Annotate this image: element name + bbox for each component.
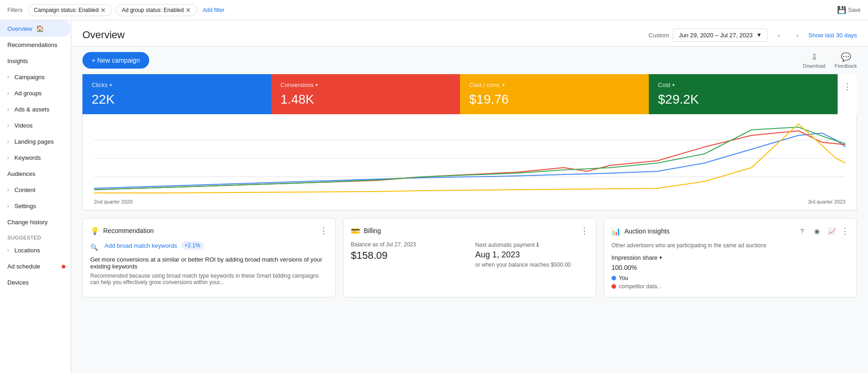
date-controls: Custom Jun 29, 2020 – Jul 27, 2023 ▼ ‹ ›… (648, 28, 857, 42)
sidebar-item-devices[interactable]: Devices (0, 274, 71, 291)
sidebar-item-ad-groups[interactable]: › Ad groups (0, 85, 71, 101)
billing-header: 💳 Billing ⋮ (351, 226, 588, 236)
sidebar-item-overview[interactable]: Overview 🏠 (0, 20, 71, 37)
sidebar-item-ad-schedule[interactable]: Ad schedule (0, 258, 71, 274)
recommendation-link[interactable]: Add broad match keywords (105, 242, 177, 249)
auction-donut-button[interactable]: ◉ (811, 226, 822, 237)
feedback-button[interactable]: 💬 Feedback (835, 52, 857, 69)
campaign-status-filter[interactable]: Campaign status: Enabled ✕ (28, 4, 112, 16)
billing-next-payment: Next automatic payment ℹ Aug 1, 2023 or … (475, 241, 588, 268)
sidebar-item-ads-assets[interactable]: › Ads & assets (0, 101, 71, 117)
campaign-status-close-icon[interactable]: ✕ (100, 6, 106, 14)
search-icon: 🔍 (90, 244, 98, 251)
auction-header: 📊 Auction insights ? ◉ 📈 ⋮ (612, 226, 849, 237)
cost-conv-label: Cost / conv. ▾ (469, 82, 640, 88)
balance-label: Balance as of Jul 27, 2023 (351, 241, 464, 248)
date-range-picker[interactable]: Jun 29, 2020 – Jul 27, 2023 ▼ (673, 29, 768, 42)
you-dot (612, 276, 616, 280)
filter-bar: Filters Campaign status: Enabled ✕ Ad gr… (0, 0, 868, 20)
competitor-label: competitor data... (619, 283, 662, 290)
ad-group-status-filter[interactable]: Ad group status: Enabled ✕ (116, 4, 197, 16)
balance-value: $158.09 (351, 250, 464, 262)
download-button[interactable]: ⇩ Download (803, 52, 826, 69)
page-title: Overview (82, 29, 125, 41)
chevron-right-icon: › (7, 204, 9, 209)
sidebar-item-change-history[interactable]: Change history (0, 214, 71, 230)
ad-group-status-close-icon[interactable]: ✕ (186, 6, 191, 14)
sidebar-item-insights[interactable]: Insights (0, 53, 71, 69)
next-date-button[interactable]: › (790, 28, 804, 42)
chart-area: 2nd quarter 2020 3rd quarter 2023 (82, 114, 857, 210)
sidebar-item-keywords[interactable]: › Keywords (0, 150, 71, 166)
prev-date-button[interactable]: ‹ (771, 28, 786, 42)
sidebar-item-locations[interactable]: › Locations (0, 242, 71, 258)
chevron-right-icon: › (7, 123, 9, 128)
auction-title: 📊 Auction insights (612, 227, 670, 236)
dropdown-arrow-icon: ▾ (110, 82, 112, 87)
filters-label: Filters (7, 7, 23, 13)
chevron-right-icon: › (7, 91, 9, 96)
campaign-status-label: Campaign status: Enabled (34, 7, 99, 13)
sidebar-label: Overview (7, 25, 32, 32)
metric-cards: Clicks ▾ 22K Conversions ▾ 1.48K Cost / … (82, 74, 838, 114)
impression-share-label: Impression share ▾ (612, 254, 849, 261)
competitor-dot (612, 284, 616, 289)
new-campaign-button[interactable]: + New campaign (82, 52, 149, 69)
sidebar-item-settings[interactable]: › Settings (0, 198, 71, 214)
dropdown-arrow-icon: ▾ (315, 82, 318, 87)
clicks-label: Clicks ▾ (92, 82, 262, 88)
sidebar-item-videos[interactable]: › Videos (0, 117, 71, 134)
metric-card-clicks[interactable]: Clicks ▾ 22K (82, 74, 271, 114)
feedback-icon: 💬 (841, 52, 851, 62)
cost-label: Cost ▾ (658, 82, 828, 88)
recommendation-chip: +2.1% (181, 241, 204, 250)
overview-chart (94, 122, 845, 195)
next-payment-value: Aug 1, 2023 (475, 250, 588, 260)
home-icon: 🏠 (36, 25, 44, 32)
cost-conv-value: $19.76 (469, 92, 640, 107)
billing-icon: 💳 (351, 227, 360, 235)
chart-axis-labels: 2nd quarter 2020 3rd quarter 2023 (94, 199, 845, 204)
sidebar-label: Ad groups (14, 90, 41, 97)
more-options-button[interactable]: ⋮ (841, 80, 853, 93)
metric-card-conversions[interactable]: Conversions ▾ 1.48K (271, 74, 460, 114)
sidebar-label: Content (14, 186, 35, 193)
sidebar-item-campaigns[interactable]: › Campaigns (0, 69, 71, 85)
sidebar-item-recommendations[interactable]: Recommendations (0, 37, 71, 53)
auction-trend-button[interactable]: 📈 (826, 226, 837, 237)
billing-more-button[interactable]: ⋮ (580, 226, 588, 236)
metric-card-cost-conv[interactable]: Cost / conv. ▾ $19.76 (460, 74, 649, 114)
impression-dropdown-icon[interactable]: ▾ (659, 255, 662, 261)
sidebar-item-landing-pages[interactable]: › Landing pages (0, 134, 71, 150)
show-last-30-button[interactable]: Show last 30 days (808, 32, 857, 39)
sidebar-label: Videos (14, 122, 33, 129)
add-filter-button[interactable]: Add filter (203, 7, 224, 13)
main-content: Overview Custom Jun 29, 2020 – Jul 27, 2… (71, 20, 868, 373)
save-button[interactable]: 💾 Save (837, 6, 861, 14)
metric-card-cost[interactable]: Cost ▾ $29.2K (649, 74, 838, 114)
sidebar-item-content[interactable]: › Content (0, 182, 71, 198)
save-icon: 💾 (837, 6, 846, 14)
bottom-cards: 💡 Recommendation ⋮ 🔍 Add broad match key… (82, 218, 857, 297)
sidebar-item-audiences[interactable]: Audiences (0, 166, 71, 182)
recommendation-action-row: 🔍 Add broad match keywords +2.1% (90, 241, 328, 253)
recommendation-more-button[interactable]: ⋮ (320, 226, 328, 236)
action-icons: ⇩ Download 💬 Feedback (803, 52, 857, 69)
recommendation-title: 💡 Recommendation (90, 227, 154, 235)
info-icon: ℹ (536, 241, 539, 248)
suggested-section-label: Suggested (0, 230, 71, 242)
recommendation-subtitle: Recommended because using broad match ty… (90, 273, 328, 286)
legend-item-you: You (612, 275, 849, 281)
chart-x-start: 2nd quarter 2020 (94, 199, 133, 204)
sidebar-label: Keywords (14, 154, 41, 161)
auction-more-button[interactable]: ⋮ (841, 226, 849, 236)
billing-content: Balance as of Jul 27, 2023 $158.09 Next … (351, 241, 588, 268)
chevron-right-icon: › (7, 187, 9, 192)
overview-header: Overview Custom Jun 29, 2020 – Jul 27, 2… (71, 20, 868, 47)
sidebar-label: Ads & assets (14, 106, 49, 113)
lightbulb-icon: 💡 (90, 227, 99, 235)
notification-dot (62, 265, 65, 268)
legend-item-competitor: competitor data... (612, 283, 849, 290)
recommendation-header: 💡 Recommendation ⋮ (90, 226, 328, 236)
auction-help-button[interactable]: ? (797, 226, 808, 237)
